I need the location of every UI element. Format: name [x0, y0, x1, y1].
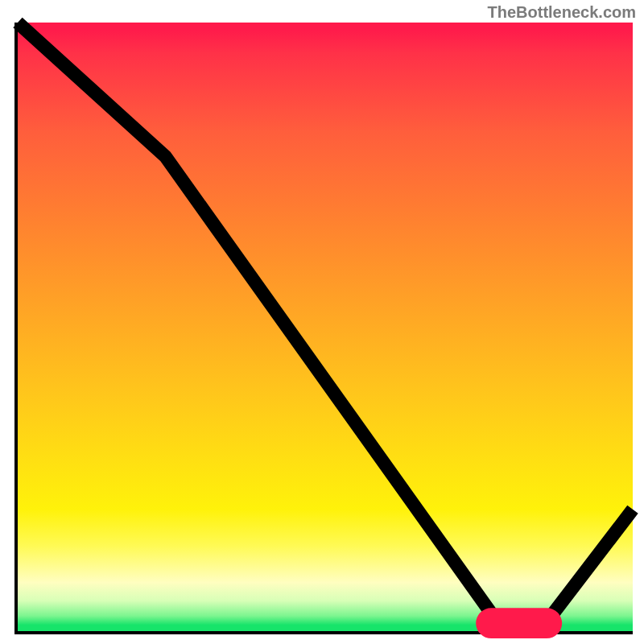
- plot-area: [14, 23, 633, 634]
- source-watermark: TheBottleneck.com: [488, 3, 636, 22]
- bottleneck-chart: TheBottleneck.com: [0, 0, 644, 644]
- chart-svg: [18, 23, 633, 631]
- bottleneck-curve-line: [18, 23, 633, 622]
